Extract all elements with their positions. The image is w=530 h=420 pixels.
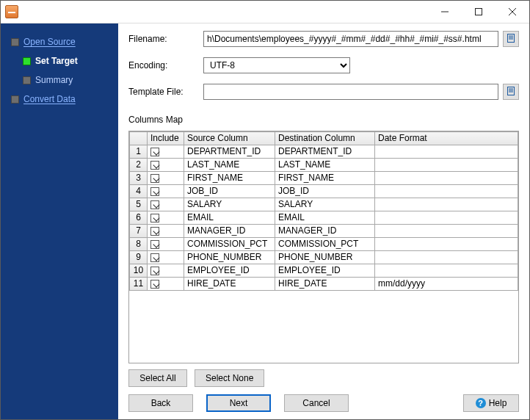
date-format-cell[interactable] <box>375 211 518 225</box>
help-button[interactable]: ? Help <box>463 394 519 412</box>
source-column-cell[interactable]: MANAGER_ID <box>184 225 275 238</box>
select-all-button[interactable]: Select All <box>128 369 187 387</box>
source-column-cell[interactable]: HIRE_DATE <box>184 278 275 291</box>
column-header[interactable] <box>130 132 148 145</box>
next-button[interactable]: Next <box>206 394 271 412</box>
include-checkbox[interactable] <box>150 187 159 196</box>
svg-rect-1 <box>476 9 482 15</box>
table-row[interactable]: 7MANAGER_IDMANAGER_ID <box>130 225 518 238</box>
destination-column-cell[interactable]: EMPLOYEE_ID <box>275 264 375 278</box>
include-cell[interactable] <box>148 238 184 251</box>
table-row[interactable]: 11HIRE_DATEHIRE_DATEmm/dd/yyyy <box>130 278 518 291</box>
destination-column-cell[interactable]: SALARY <box>275 198 375 211</box>
include-cell[interactable] <box>148 225 184 238</box>
table-row[interactable]: 4JOB_IDJOB_ID <box>130 185 518 198</box>
svg-rect-4 <box>508 34 515 42</box>
template-file-input[interactable] <box>203 84 498 100</box>
table-row[interactable]: 6EMAILEMAIL <box>130 211 518 225</box>
row-number-cell: 9 <box>130 251 148 264</box>
table-row[interactable]: 9PHONE_NUMBERPHONE_NUMBER <box>130 251 518 264</box>
include-cell[interactable] <box>148 185 184 198</box>
include-checkbox[interactable] <box>150 200 159 209</box>
include-cell[interactable] <box>148 198 184 211</box>
select-none-button[interactable]: Select None <box>195 369 264 387</box>
date-format-cell[interactable] <box>375 145 518 159</box>
encoding-select[interactable]: UTF-8 <box>203 57 350 73</box>
include-cell[interactable] <box>148 145 184 159</box>
include-checkbox[interactable] <box>150 148 159 156</box>
sidebar-item-open-source[interactable]: Open Source <box>1 32 118 51</box>
close-button[interactable] <box>495 1 529 23</box>
destination-column-cell[interactable]: DEPARTMENT_ID <box>275 145 375 159</box>
date-format-cell[interactable] <box>375 185 518 198</box>
table-row[interactable]: 1DEPARTMENT_IDDEPARTMENT_ID <box>130 145 518 159</box>
include-checkbox[interactable] <box>150 253 159 262</box>
source-column-cell[interactable]: FIRST_NAME <box>184 172 275 185</box>
include-checkbox[interactable] <box>150 240 159 249</box>
browse-filename-button[interactable] <box>503 31 519 47</box>
include-checkbox[interactable] <box>150 214 159 222</box>
destination-column-cell[interactable]: EMAIL <box>275 211 375 225</box>
include-cell[interactable] <box>148 172 184 185</box>
destination-column-cell[interactable]: PHONE_NUMBER <box>275 251 375 264</box>
include-checkbox[interactable] <box>150 280 159 289</box>
date-format-cell[interactable] <box>375 238 518 251</box>
include-checkbox[interactable] <box>150 174 159 183</box>
sidebar-item-label: Set Target <box>35 56 78 66</box>
source-column-cell[interactable]: DEPARTMENT_ID <box>184 145 275 159</box>
row-number-cell: 8 <box>130 238 148 251</box>
include-cell[interactable] <box>148 251 184 264</box>
maximize-button[interactable] <box>462 1 495 23</box>
columns-map-table-wrap[interactable]: IncludeSource ColumnDestination ColumnDa… <box>128 131 519 363</box>
include-checkbox[interactable] <box>150 267 159 275</box>
sidebar-item-convert-data[interactable]: Convert Data <box>1 90 118 109</box>
destination-column-cell[interactable]: LAST_NAME <box>275 159 375 172</box>
date-format-cell[interactable]: mm/dd/yyyy <box>375 278 518 291</box>
source-column-cell[interactable]: LAST_NAME <box>184 159 275 172</box>
include-cell[interactable] <box>148 278 184 291</box>
date-format-cell[interactable] <box>375 159 518 172</box>
destination-column-cell[interactable]: HIRE_DATE <box>275 278 375 291</box>
table-row[interactable]: 3FIRST_NAMEFIRST_NAME <box>130 172 518 185</box>
date-format-cell[interactable] <box>375 225 518 238</box>
filename-input[interactable] <box>203 31 498 47</box>
date-format-cell[interactable] <box>375 198 518 211</box>
table-row[interactable]: 8COMMISSION_PCTCOMMISSION_PCT <box>130 238 518 251</box>
source-column-cell[interactable]: EMPLOYEE_ID <box>184 264 275 278</box>
table-row[interactable]: 5SALARYSALARY <box>130 198 518 211</box>
column-header[interactable]: Source Column <box>184 132 275 145</box>
source-column-cell[interactable]: PHONE_NUMBER <box>184 251 275 264</box>
table-row[interactable]: 10EMPLOYEE_IDEMPLOYEE_ID <box>130 264 518 278</box>
destination-column-cell[interactable]: JOB_ID <box>275 185 375 198</box>
column-header[interactable]: Date Format <box>375 132 518 145</box>
step-marker-icon <box>23 57 31 65</box>
source-column-cell[interactable]: JOB_ID <box>184 185 275 198</box>
column-header[interactable]: Include <box>148 132 184 145</box>
browse-template-button[interactable] <box>503 84 519 100</box>
destination-column-cell[interactable]: FIRST_NAME <box>275 172 375 185</box>
cancel-button[interactable]: Cancel <box>284 394 349 412</box>
date-format-cell[interactable] <box>375 264 518 278</box>
sidebar-item-label: Summary <box>35 75 73 85</box>
step-marker-icon <box>11 95 19 104</box>
sidebar-item-set-target: Set Target <box>1 51 118 70</box>
source-column-cell[interactable]: EMAIL <box>184 211 275 225</box>
minimize-button[interactable] <box>428 1 462 23</box>
include-cell[interactable] <box>148 211 184 225</box>
date-format-cell[interactable] <box>375 251 518 264</box>
table-row[interactable]: 2LAST_NAMELAST_NAME <box>130 159 518 172</box>
date-format-cell[interactable] <box>375 172 518 185</box>
document-icon <box>506 86 516 98</box>
source-column-cell[interactable]: COMMISSION_PCT <box>184 238 275 251</box>
back-button[interactable]: Back <box>128 394 193 412</box>
column-header[interactable]: Destination Column <box>275 132 375 145</box>
sidebar-item-summary[interactable]: Summary <box>1 70 118 90</box>
destination-column-cell[interactable]: MANAGER_ID <box>275 225 375 238</box>
include-cell[interactable] <box>148 159 184 172</box>
include-checkbox[interactable] <box>150 227 159 236</box>
include-checkbox[interactable] <box>150 161 159 170</box>
source-column-cell[interactable]: SALARY <box>184 198 275 211</box>
step-marker-icon <box>23 76 31 84</box>
destination-column-cell[interactable]: COMMISSION_PCT <box>275 238 375 251</box>
include-cell[interactable] <box>148 264 184 278</box>
